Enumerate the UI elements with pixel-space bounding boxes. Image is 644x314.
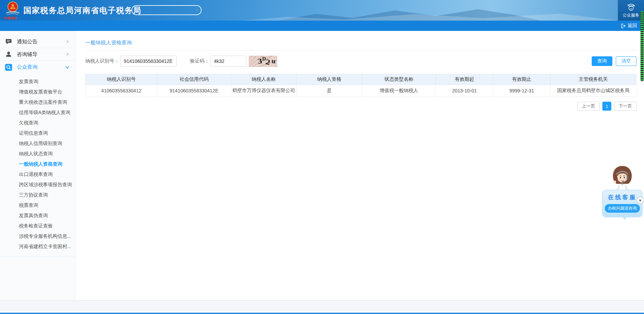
sidebar-item-public-query[interactable]: 公众查询 xyxy=(0,61,75,74)
table-header-cell: 有效期起 xyxy=(436,74,493,85)
sidebar-submenu-item[interactable]: 纳税人状态查询 xyxy=(0,148,75,159)
captcha-label: 验证码： xyxy=(190,58,209,64)
sidebar-submenu-item[interactable]: 跨区域涉税事项报告查询 xyxy=(0,179,75,190)
table-header-cell: 纳税人资格 xyxy=(297,74,362,85)
sidebar-item-consult[interactable]: 咨询辅导 xyxy=(0,48,75,61)
sidebar-submenu-item[interactable]: 发票真伪查询 xyxy=(0,210,75,221)
query-form: 纳税人识别号： 验证码： 3D2u 查询 清空 xyxy=(85,55,636,67)
cell-tax-authority: 国家税务总局鹤壁市山城区税务局 xyxy=(550,85,636,97)
cell-taxpayer-name: 鹤壁市万博仪器仪表有限公司 xyxy=(231,85,297,97)
sidebar: 通知公告 咨询辅导 公众查询 xyxy=(0,31,75,300)
table-header-cell: 有效期止 xyxy=(493,74,550,85)
table-header-cell: 主管税务机关 xyxy=(550,74,636,85)
chevron-down-icon xyxy=(65,65,69,69)
sidebar-submenu-item[interactable]: 增值税发票查验平台 xyxy=(0,87,75,97)
national-emblem-icon xyxy=(5,1,21,16)
back-icon xyxy=(621,23,626,29)
page-title: 一般纳税人资格查询 xyxy=(85,40,644,46)
public-service-label: 公众服务 xyxy=(623,12,639,18)
footer-bar xyxy=(0,300,644,311)
sidebar-submenu: 发票查询 增值税发票查验平台 重大税收违法案件查询 信用等级A类纳税人查询 欠税… xyxy=(0,74,75,257)
cell-taxpayer-id: 410603558330412 xyxy=(86,85,157,97)
customer-service-widget: 在线客服 办税问题请咨询 × xyxy=(602,165,642,217)
back-button[interactable]: 返回 xyxy=(621,21,637,31)
table-header-cell: 社会信用代码 xyxy=(157,74,231,85)
back-label: 返回 xyxy=(627,23,637,29)
cell-valid-from: 2013-10-01 xyxy=(436,85,493,97)
public-query-icon xyxy=(5,64,12,71)
table-header-cell: 状态类型名称 xyxy=(362,74,436,85)
sidebar-submenu-item[interactable]: 一般纳税人资格查询 xyxy=(0,159,75,169)
title-divider xyxy=(85,50,636,51)
prev-page-button[interactable]: 上一页 xyxy=(577,102,600,111)
scrollbar-indicator[interactable] xyxy=(641,11,644,81)
table-header-cell: 纳税人识别号 xyxy=(86,74,157,85)
sidebar-submenu-item[interactable]: 纳税人信用级别查询 xyxy=(0,138,75,148)
sidebar-submenu-item[interactable]: 涉税专业服务机构信息... xyxy=(0,231,75,241)
chevron-right-icon xyxy=(65,52,69,56)
form-buttons: 查询 清空 xyxy=(592,56,636,66)
taxpayer-id-input[interactable] xyxy=(120,56,177,67)
service-bubble-title: 在线客服 xyxy=(604,193,640,201)
table-body: 410603558330412 91410603558330412E 鹤壁市万博… xyxy=(86,85,636,97)
main-content: 一般纳税人资格查询 纳税人识别号： 验证码： 3D2u 查询 清空 xyxy=(76,31,644,300)
results-table-wrap: 纳税人识别号社会信用代码纳税人名称纳税人资格状态类型名称有效期起有效期止主管税务… xyxy=(85,74,636,97)
page-layout: 通知公告 咨询辅导 公众查询 xyxy=(0,31,644,300)
sidebar-item-notices[interactable]: 通知公告 xyxy=(0,35,75,48)
table-header-cell: 纳税人名称 xyxy=(231,74,297,85)
current-page-button[interactable]: 1 xyxy=(602,102,611,111)
chevron-right-icon xyxy=(65,40,69,44)
next-page-button[interactable]: 下一页 xyxy=(614,102,636,111)
person-icon xyxy=(5,51,12,58)
customer-service-avatar[interactable] xyxy=(607,165,637,193)
cell-valid-to: 9999-12-31 xyxy=(493,85,550,97)
sub-header-bar: 返回 xyxy=(0,21,644,31)
sidebar-submenu-item[interactable]: 信用等级A类纳税人查询 xyxy=(0,107,75,117)
tax-bureau-logo: 中国税务 xyxy=(3,1,22,21)
sidebar-submenu-item[interactable]: 发票查询 xyxy=(0,76,75,87)
sidebar-submenu-item[interactable]: 欠税查询 xyxy=(0,117,75,128)
service-bubble[interactable]: 在线客服 办税问题请咨询 × xyxy=(602,190,642,217)
sidebar-item-label: 公众查询 xyxy=(17,64,37,70)
table-header-row: 纳税人识别号社会信用代码纳税人名称纳税人资格状态类型名称有效期起有效期止主管税务… xyxy=(86,74,636,85)
site-title: 国家税务总局河南省电子税务局 xyxy=(23,5,141,16)
sidebar-item-label: 通知公告 xyxy=(17,38,37,45)
captcha-image[interactable]: 3D2u xyxy=(249,56,277,67)
sidebar-submenu-item[interactable]: 出口退税率查询 xyxy=(0,169,75,179)
taxpayer-id-label: 纳税人识别号： xyxy=(85,58,119,64)
sidebar-submenu-item[interactable]: 税务检查证查验 xyxy=(0,221,75,231)
public-service-icon xyxy=(626,2,636,12)
sidebar-item-label: 咨询辅导 xyxy=(17,51,37,58)
sidebar-submenu-item[interactable]: 河南省建档立卡贫困村... xyxy=(0,241,75,251)
close-icon[interactable]: × xyxy=(637,197,643,203)
pagination: 上一页 1 下一页 xyxy=(76,102,636,111)
service-bubble-tail xyxy=(622,216,627,220)
sidebar-submenu-item[interactable]: 税票查询 xyxy=(0,200,75,210)
captcha-input[interactable] xyxy=(211,56,246,67)
cell-credit-code: 91410603558330412E xyxy=(157,85,231,97)
cell-status-type: 增值税一般纳税人 xyxy=(362,85,436,97)
sidebar-submenu-item[interactable]: 证明信息查询 xyxy=(0,128,75,138)
query-button[interactable]: 查询 xyxy=(592,56,612,66)
footer-accent-strip xyxy=(0,313,644,314)
search-icon[interactable] xyxy=(196,7,197,13)
service-bubble-subtitle[interactable]: 办税问题请咨询 xyxy=(605,204,640,213)
public-service-button[interactable]: 公众服务 xyxy=(618,0,644,21)
header-search-box[interactable] xyxy=(131,5,202,15)
header-search-input[interactable] xyxy=(136,8,196,13)
sidebar-submenu-item[interactable]: 重大税收违法案件查询 xyxy=(0,97,75,107)
app-header: 中国税务 国家税务总局河南省电子税务局 公众服务 xyxy=(0,0,644,21)
captcha-char: u xyxy=(271,58,276,65)
results-table: 纳税人识别号社会信用代码纳税人名称纳税人资格状态类型名称有效期起有效期止主管税务… xyxy=(85,74,636,97)
clear-button[interactable]: 清空 xyxy=(616,56,636,66)
logo-caption: 中国税务 xyxy=(3,16,22,21)
chat-bubble-icon xyxy=(5,38,12,45)
cell-qualification: 是 xyxy=(297,85,362,97)
table-row[interactable]: 410603558330412 91410603558330412E 鹤壁市万博… xyxy=(86,85,636,97)
sidebar-submenu-item[interactable]: 三方协议查询 xyxy=(0,190,75,200)
captcha-char: D xyxy=(262,56,266,61)
header-mountain-decoration-2 xyxy=(242,12,620,21)
